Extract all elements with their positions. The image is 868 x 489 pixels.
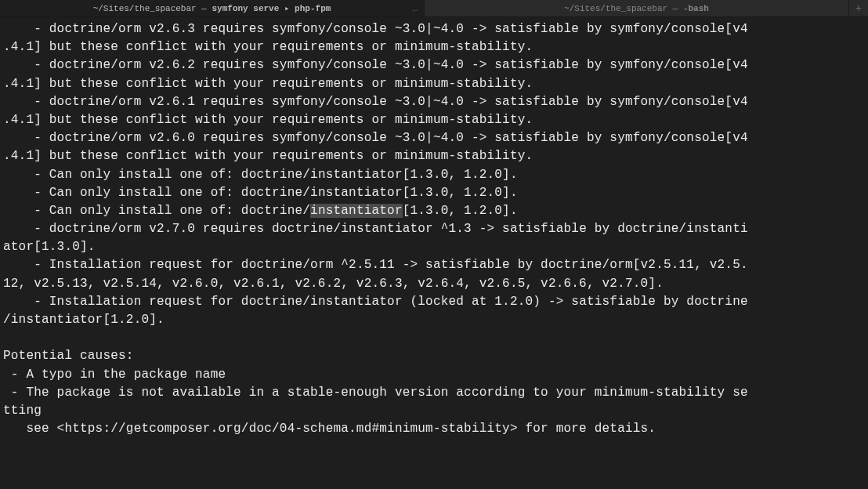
tab-bash[interactable]: ~/Sites/the_spacebar — -bash <box>425 0 849 16</box>
output-line: - Installation request for doctrine/inst… <box>3 295 748 309</box>
output-line: - doctrine/orm v2.6.0 requires symfony/c… <box>3 131 748 145</box>
output-line: - doctrine/orm v2.6.3 requires symfony/c… <box>3 22 748 36</box>
new-tab-button[interactable]: + <box>849 2 868 15</box>
output-line: .4.1] but these conflict with your requi… <box>3 77 533 91</box>
output-line: - doctrine/orm v2.6.2 requires symfony/c… <box>3 58 748 72</box>
tab-bar: ~/Sites/the_spacebar — symfony serve ▸ p… <box>0 0 868 17</box>
output-line: Potential causes: <box>3 349 134 363</box>
output-line: - The package is not available in a stab… <box>3 386 748 400</box>
output-line: - Can only install one of: doctrine/inst… <box>3 186 518 200</box>
tab-label: ~/Sites/the_spacebar — -bash <box>564 4 709 13</box>
output-line: - A typo in the package name <box>3 368 226 382</box>
output-line: see <https://getcomposer.org/doc/04-sche… <box>3 422 656 436</box>
tab-symfony-serve[interactable]: ~/Sites/the_spacebar — symfony serve ▸ p… <box>0 0 425 16</box>
output-line: 12, v2.5.13, v2.5.14, v2.6.0, v2.6.1, v2… <box>3 277 664 291</box>
selected-text: instantiator <box>310 204 403 218</box>
output-line: - doctrine/orm v2.6.1 requires symfony/c… <box>3 95 748 109</box>
output-line: - Can only install one of: doctrine/inst… <box>3 204 518 218</box>
tab-label: ~/Sites/the_spacebar — symfony serve ▸ p… <box>93 3 331 13</box>
output-line: .4.1] but these conflict with your requi… <box>3 40 533 54</box>
output-line: - doctrine/orm v2.7.0 requires doctrine/… <box>3 222 748 236</box>
output-line: .4.1] but these conflict with your requi… <box>3 113 533 127</box>
output-line: ator[1.3.0]. <box>3 240 96 254</box>
tab-ellipsis: … <box>412 4 418 13</box>
output-line: /instantiator[1.2.0]. <box>3 313 165 327</box>
output-line: - Can only install one of: doctrine/inst… <box>3 168 518 182</box>
output-line: tting <box>3 404 42 418</box>
terminal-output[interactable]: - doctrine/orm v2.6.3 requires symfony/c… <box>0 17 868 441</box>
output-line: - Installation request for doctrine/orm … <box>3 258 748 272</box>
plus-icon: + <box>855 2 862 15</box>
output-line: .4.1] but these conflict with your requi… <box>3 149 533 163</box>
